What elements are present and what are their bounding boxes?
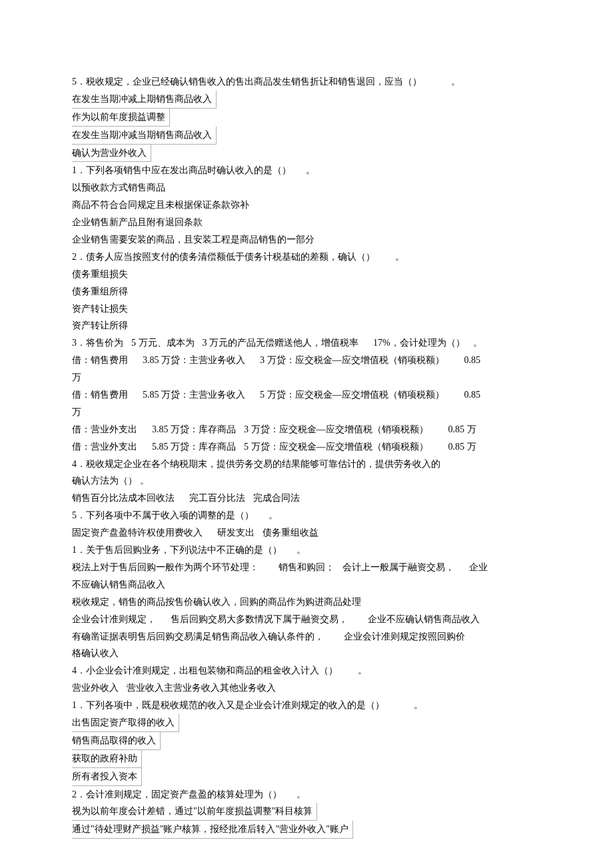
text: 企业会计准则规定按照回购价	[344, 632, 465, 642]
text: 2．会计准则规定，固定资产盘盈的核算处理为（）	[72, 789, 282, 799]
text: 商品不符合合同规定且未根据保证条款弥补	[72, 200, 249, 210]
text: 企业	[469, 562, 488, 572]
text: 。	[297, 789, 306, 799]
q3-opt-b: 借：销售费用5.85 万贷：主营业务收入5 万贷：应交税金—应交增值税（销项税额…	[72, 386, 546, 404]
q1b-opt-c: 企业会计准则规定，售后回购交易大多数情况下属于融资交易，企业不应确认销售商品收入	[72, 611, 546, 628]
text: 资产转让所得	[72, 320, 128, 330]
q1-opt-b: 商品不符合合同规定且未根据保证条款弥补	[72, 197, 546, 214]
text: 4．小企业会计准则规定，出租包装物和商品的租金收入计入（）	[72, 665, 338, 675]
text: 借：销售费用	[72, 355, 128, 365]
text: 。	[395, 252, 404, 262]
q5-opt-a: 在发生当期冲减上期销售商品收入	[72, 91, 546, 109]
q2b-stem: 2．会计准则规定，固定资产盘盈的核算处理为（）。	[72, 786, 546, 803]
text: 不应确认销售商品收入	[72, 580, 165, 590]
text: 1．下列各项中，既是税收规范的收入又是企业会计准则规定的收入的是（）	[72, 700, 384, 710]
text: 5 万贷：应交税金—应交增值税（销项税额）	[244, 442, 428, 452]
text: 借：销售费用	[72, 390, 128, 400]
text: 5 万贷：应交税金—应交增值税（销项税额）	[260, 390, 444, 400]
text: 通过"待处理财产损益"账户核算，报经批准后转入"营业外收入"账户	[72, 821, 353, 839]
text: 债务重组所得	[72, 286, 128, 296]
q4b-stem: 4．小企业会计准则规定，出租包装物和商品的租金收入计入（）。	[72, 662, 546, 679]
text: 债务重组收益	[263, 528, 318, 538]
q2-stem: 2．债务人应当按照支付的债务清偿额低于债务计税基础的差额，确认（）。	[72, 248, 546, 266]
q1-opt-d: 企业销售需要安装的商品，且安装工程是商品销售的一部分	[72, 231, 546, 248]
text: 所有者投入资本	[72, 768, 142, 786]
text: 会计上一般属于融资交易，	[342, 562, 454, 572]
text: 3.85 万贷：主营业务收入	[143, 355, 245, 365]
q5-opt-b: 作为以前年度损益调整	[72, 109, 546, 127]
text: 税法上对于售后回购一般作为两个环节处理：	[72, 562, 259, 572]
text: 5.85 万贷：主营业务收入	[143, 390, 245, 400]
text: 企业会计准则规定，	[72, 614, 156, 624]
text: 确认为营业外收入	[72, 145, 151, 163]
q4-stem-l2: 确认方法为（） 。	[72, 472, 546, 490]
text: 万	[72, 372, 81, 382]
q1c-opt-c: 获取的政府补助	[72, 750, 546, 768]
text: 。	[358, 665, 367, 675]
text: 借：营业外支出	[72, 424, 137, 434]
q1b-opt-d-l1: 有确凿证据表明售后回购交易满足销售商品收入确认条件的，企业会计准则规定按照回购价	[72, 628, 546, 646]
q1b-opt-a-l1: 税法上对于售后回购一般作为两个环节处理：销售和购回；会计上一般属于融资交易，企业	[72, 559, 546, 576]
q5-stem: 5．税收规定，企业已经确认销售收入的售出商品发生销售折让和销售退回，应当（）。	[72, 73, 546, 91]
text: 。	[451, 77, 460, 87]
text: 完成合同法	[253, 493, 300, 503]
text: 5．税收规定，企业已经确认销售收入的售出商品发生销售折让和销售退回，应当（）	[72, 77, 422, 87]
text: 3.85 万贷：库存商品	[152, 424, 236, 434]
text: 1．关于售后回购业务，下列说法中不正确的是（）	[72, 545, 282, 555]
q3-opt-c: 借：营业外支出3.85 万贷：库存商品3 万贷：应交税金—应交增值税（销项税额）…	[72, 421, 546, 438]
q1-opt-c: 企业销售新产品且附有退回条款	[72, 214, 546, 231]
text: 资产转让损失	[72, 304, 128, 314]
q2b-opt-b: 通过"待处理财产损益"账户核算，报经批准后转入"营业外收入"账户	[72, 821, 546, 839]
q1-opt-a: 以预收款方式销售商品	[72, 179, 546, 197]
q4-options: 销售百分比法成本回收法完工百分比法完成合同法	[72, 490, 546, 507]
q5-opt-c: 在发生当期冲减当期销售商品收入	[72, 127, 546, 145]
q1b-opt-b: 税收规定，销售的商品按售价确认收入，回购的商品作为购进商品处理	[72, 594, 546, 611]
q1b-opt-a-l2: 不应确认销售商品收入	[72, 576, 546, 594]
q5b-options: 固定资产盘盈特许权使用费收入研发支出债务重组收益	[72, 524, 546, 542]
text: 确认方法为（） 。	[72, 476, 149, 486]
text: 销售商品取得的收入	[72, 732, 161, 750]
text: 售后回购交易大多数情况下属于融资交易，	[171, 614, 348, 624]
q2-opt-b: 债务重组所得	[72, 283, 546, 300]
q2-opt-c: 资产转让损失	[72, 300, 546, 318]
text: 借：营业外支出	[72, 442, 137, 452]
text: 出售固定资产取得的收入	[72, 714, 179, 732]
text: 5．下列各项中不属于收入项的调整的是（）	[72, 510, 254, 520]
text: 在发生当期冲减当期销售商品收入	[72, 127, 217, 145]
text: 研发支出	[217, 528, 255, 538]
text: 获取的政府补助	[72, 750, 142, 768]
text: 视为以前年度会计差错，通过"以前年度损益调整"科目核算	[72, 803, 317, 821]
text: 4．税收规定企业在各个纳税期末，提供劳务交易的结果能够可靠估计的，提供劳务收入的	[72, 459, 440, 469]
text: 。	[473, 338, 482, 348]
text: 以预收款方式销售商品	[72, 183, 165, 193]
text: 销售和购回；	[279, 562, 334, 572]
text: 1．下列各项销售中应在发出商品时确认收入的是（）	[72, 165, 291, 175]
q3-opt-b-cont: 万	[72, 404, 546, 421]
q5-opt-d: 确认为营业外收入	[72, 145, 546, 163]
text: 0.85 万	[448, 442, 476, 452]
q1c-opt-b: 销售商品取得的收入	[72, 732, 546, 750]
text: 债务重组损失	[72, 269, 128, 279]
text: 3 万贷：应交税金—应交增值税（销项税额）	[260, 355, 444, 365]
text: 营业收入主营业务收入其他业务收入	[127, 683, 276, 693]
text: 营业外收入	[72, 683, 119, 693]
text: 5 万元、成本为	[131, 338, 195, 348]
text: 企业销售新产品且附有退回条款	[72, 217, 203, 227]
text: 。	[414, 700, 423, 710]
text: 销售百分比法成本回收法	[72, 493, 175, 503]
q1c-opt-a: 出售固定资产取得的收入	[72, 714, 546, 732]
text: 0.85 万	[448, 424, 476, 434]
text: 3 万贷：应交税金—应交增值税（销项税额）	[244, 424, 428, 434]
text: 17%，会计处理为（）	[373, 338, 465, 348]
text: 税收规定，销售的商品按售价确认收入，回购的商品作为购进商品处理	[72, 597, 361, 607]
text: 2．债务人应当按照支付的债务清偿额低于债务计税基础的差额，确认（）	[72, 252, 375, 262]
text: 有确凿证据表明售后回购交易满足销售商品收入确认条件的，	[72, 632, 324, 642]
q3-opt-a-cont: 万	[72, 369, 546, 386]
q4-stem-l1: 4．税收规定企业在各个纳税期末，提供劳务交易的结果能够可靠估计的，提供劳务收入的	[72, 456, 546, 473]
text: 。	[269, 510, 278, 520]
q4b-options: 营业外收入营业收入主营业务收入其他业务收入	[72, 679, 546, 697]
text: 作为以前年度损益调整	[72, 109, 170, 127]
text: 5.85 万贷：库存商品	[152, 442, 236, 452]
q2b-opt-a: 视为以前年度会计差错，通过"以前年度损益调整"科目核算	[72, 803, 546, 821]
q2-opt-a: 债务重组损失	[72, 266, 546, 283]
